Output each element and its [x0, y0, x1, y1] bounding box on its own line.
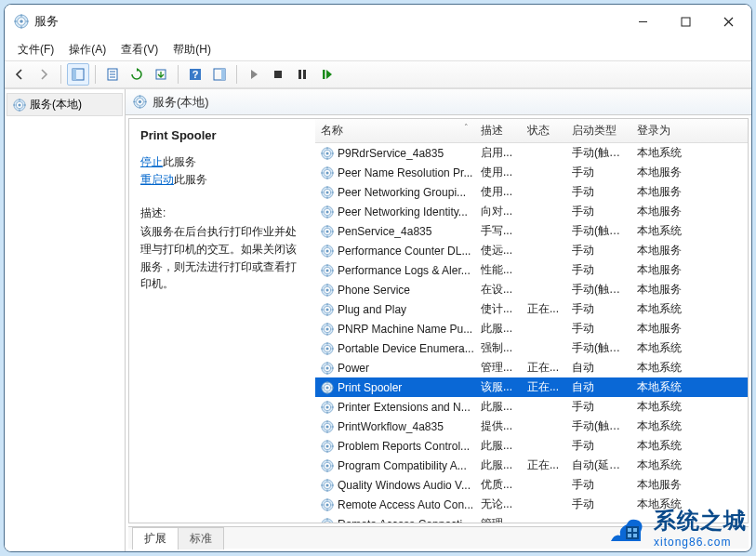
- table-row[interactable]: Plug and Play使计...正在...手动本地系统: [315, 299, 748, 319]
- menu-file[interactable]: 文件(F): [10, 40, 61, 60]
- cell-status: [522, 247, 566, 255]
- cell-status: [522, 404, 566, 411]
- table-row[interactable]: Program Compatibility A...此服...正在...自动(延…: [315, 456, 748, 475]
- forward-button[interactable]: [33, 63, 55, 86]
- cell-name: Printer Extensions and N...: [338, 401, 471, 414]
- gear-icon: [321, 498, 334, 511]
- menu-action[interactable]: 操作(A): [61, 40, 113, 60]
- services-window: 服务 文件(F) 操作(A) 查看(V) 帮助(H) ?: [4, 4, 752, 552]
- gear-icon: [321, 166, 334, 179]
- table-row[interactable]: PrintWorkflow_4a835提供...手动(触发...本地系统: [315, 417, 748, 436]
- tabs: 扩展 标准: [128, 526, 749, 549]
- detail-body: Print Spooler 停止此服务 重启动此服务 描述: 该服务在后台执行打…: [128, 118, 749, 523]
- table-row[interactable]: Peer Name Resolution Pr...使用...手动本地服务: [315, 163, 748, 182]
- show-hide-action-pane-button[interactable]: [208, 63, 231, 86]
- svg-rect-21: [303, 70, 306, 79]
- cell-name: PNRP Machine Name Pu...: [338, 323, 472, 336]
- cell-name: Performance Counter DL...: [338, 245, 471, 258]
- gear-icon: [321, 264, 334, 277]
- svg-rect-22: [323, 70, 325, 79]
- restart-suffix: 此服务: [174, 173, 207, 186]
- pause-service-button[interactable]: [291, 63, 313, 86]
- list-rows[interactable]: P9RdrService_4a835启用...手动(触发...本地系统Peer …: [315, 143, 748, 523]
- table-row[interactable]: Phone Service在设...手动(触发...本地服务: [315, 280, 748, 299]
- restart-link[interactable]: 重启动: [140, 173, 174, 186]
- cell-status: [522, 325, 566, 333]
- cell-status: [522, 228, 566, 235]
- help-button[interactable]: ?: [184, 63, 206, 86]
- table-row[interactable]: Printer Extensions and N...此服...手动本地系统: [315, 397, 748, 417]
- gear-icon: [321, 323, 334, 336]
- tab-standard[interactable]: 标准: [178, 527, 224, 549]
- minimize-button[interactable]: [621, 7, 664, 35]
- cell-name: PrintWorkflow_4a835: [338, 420, 444, 433]
- start-service-button[interactable]: [243, 63, 265, 86]
- cell-name: Phone Service: [338, 284, 410, 297]
- table-row[interactable]: PNRP Machine Name Pu...此服...手动本地服务: [315, 319, 748, 338]
- table-row[interactable]: Peer Networking Identity...向对...手动本地服务: [315, 202, 748, 221]
- refresh-button[interactable]: [126, 63, 148, 86]
- table-row[interactable]: Remote Access Auto Con...无论...手动本地系统: [315, 495, 748, 514]
- show-hide-tree-button[interactable]: [67, 63, 89, 86]
- cell-name: Power: [338, 362, 369, 375]
- table-row[interactable]: Portable Device Enumera...强制...手动(触发...本…: [315, 338, 748, 358]
- table-row[interactable]: Performance Counter DL...使远...手动本地服务: [315, 241, 748, 260]
- cell-status: 正在...: [522, 454, 566, 477]
- properties-button[interactable]: [101, 63, 124, 86]
- services-list: 名称 ˄ 描述 状态 启动类型 登录为 P9RdrService_4a835启用…: [315, 119, 748, 523]
- cell-name: Remote Access Connecti...: [338, 518, 471, 523]
- table-row[interactable]: Problem Reports Control...此服...手动本地系统: [315, 436, 748, 456]
- cell-description: 管理...: [475, 512, 522, 523]
- table-row[interactable]: Performance Logs & Aler...性能...手动本地服务: [315, 260, 748, 280]
- sort-ascending-icon: ˄: [464, 123, 469, 132]
- column-log-on-as[interactable]: 登录为: [631, 119, 696, 142]
- table-row[interactable]: PenService_4a835手写...手动(触发...本地系统: [315, 221, 748, 241]
- svg-rect-18: [221, 69, 225, 80]
- tree-root-item[interactable]: 服务(本地): [7, 93, 123, 116]
- table-row[interactable]: Print Spooler该服...正在...自动本地系统: [315, 377, 748, 397]
- gear-icon: [321, 186, 334, 199]
- cell-status: [522, 286, 566, 294]
- cell-status: [522, 423, 566, 430]
- cell-startup: 手动: [566, 493, 631, 516]
- gear-icon: [133, 95, 147, 109]
- list-header-bar: 服务(本地): [126, 89, 751, 115]
- cell-name: Plug and Play: [338, 303, 406, 316]
- gear-icon: [321, 303, 334, 316]
- restart-service-button[interactable]: [315, 63, 338, 86]
- stop-service-button[interactable]: [267, 63, 289, 86]
- gear-icon: [321, 479, 334, 492]
- selected-service-name: Print Spooler: [140, 128, 304, 142]
- maximize-button[interactable]: [664, 7, 707, 35]
- column-headers: 名称 ˄ 描述 状态 启动类型 登录为: [315, 119, 748, 143]
- column-status[interactable]: 状态: [522, 119, 566, 142]
- table-row[interactable]: P9RdrService_4a835启用...手动(触发...本地系统: [315, 143, 748, 163]
- gear-icon: [321, 147, 334, 160]
- gear-icon: [321, 342, 334, 355]
- svg-rect-19: [274, 71, 282, 78]
- cell-status: 正在...: [522, 298, 566, 321]
- cell-status: [522, 345, 566, 352]
- table-row[interactable]: Power管理...正在...自动本地系统: [315, 358, 748, 377]
- tab-extended[interactable]: 扩展: [132, 527, 179, 549]
- back-button[interactable]: [8, 63, 31, 86]
- cell-startup: [566, 521, 631, 523]
- stop-link[interactable]: 停止: [140, 155, 163, 168]
- cell-name: Portable Device Enumera...: [338, 342, 474, 355]
- column-name[interactable]: 名称 ˄: [315, 119, 475, 142]
- stop-suffix: 此服务: [163, 155, 196, 168]
- cell-name: Problem Reports Control...: [338, 440, 470, 453]
- menu-help[interactable]: 帮助(H): [166, 40, 219, 60]
- cell-status: 正在...: [522, 376, 566, 399]
- table-row[interactable]: Quality Windows Audio V...优质...手动本地服务: [315, 475, 748, 495]
- menu-view[interactable]: 查看(V): [113, 40, 166, 60]
- cell-status: [522, 443, 566, 450]
- table-row[interactable]: Peer Networking Groupi...使用...手动本地服务: [315, 182, 748, 202]
- column-description[interactable]: 描述: [475, 119, 522, 142]
- column-startup-type[interactable]: 启动类型: [566, 119, 631, 142]
- close-button[interactable]: [707, 7, 749, 35]
- cell-status: [522, 521, 566, 523]
- export-list-button[interactable]: [150, 63, 172, 86]
- cell-status: [522, 169, 566, 177]
- gear-icon: [321, 420, 334, 433]
